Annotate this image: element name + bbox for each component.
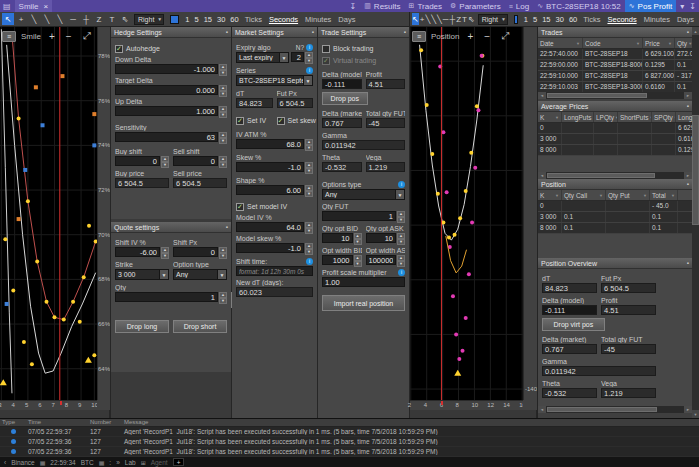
cursor-tool-icon[interactable]: ↖ — [412, 13, 419, 25]
unit-seconds[interactable]: Seconds — [269, 15, 298, 24]
qty-opt-bid-input[interactable] — [322, 233, 353, 243]
timeframe-15[interactable]: 15 — [204, 15, 212, 24]
trendline-tool-icon[interactable]: ╲ — [28, 13, 40, 25]
dropdown-caret-icon[interactable]: ▼ — [159, 270, 168, 279]
vertical-line-tool-icon[interactable]: ┼ — [450, 13, 456, 25]
dropdown-caret-icon[interactable]: ▼ — [303, 76, 312, 85]
scroll-up-icon[interactable]: ▲ — [692, 27, 699, 35]
add-tab-button[interactable]: + — [173, 458, 185, 466]
info-icon[interactable]: i — [306, 258, 313, 265]
lab-tab[interactable]: Lab — [125, 459, 136, 466]
set-model-iv-row[interactable]: ✓Set model IV — [236, 202, 313, 211]
scroll-right-icon[interactable]: ► — [684, 92, 692, 99]
set-iv-checkbox[interactable]: ✓ — [236, 117, 244, 125]
table-row[interactable]: 3 0000.616 — [538, 134, 692, 145]
column-header-total[interactable]: Total▼ — [650, 190, 678, 200]
log-row[interactable]: 07/05 22:59:36127Agent 'RecordP1_Jul18':… — [0, 437, 699, 447]
color-swatch[interactable] — [514, 15, 518, 24]
up-delta-input[interactable] — [115, 106, 218, 116]
table-row[interactable]: 3 0000.10.1 — [538, 212, 692, 223]
pointer-tool-icon[interactable]: ⇖ — [468, 13, 475, 25]
column-header-spqty[interactable]: SPQty▼ — [652, 112, 676, 122]
filter-icon[interactable]: ▼ — [635, 41, 640, 46]
drop-long-button[interactable]: Drop long — [115, 320, 169, 333]
unit-days[interactable]: Days — [677, 15, 694, 24]
crosshair-tool-icon[interactable]: + — [15, 13, 27, 25]
timeframe-1[interactable]: 1 — [524, 15, 528, 24]
shift-time-input[interactable] — [236, 266, 313, 276]
back-icon[interactable]: ‹ — [4, 459, 6, 466]
expand-icon[interactable]: ⤢ — [83, 30, 91, 42]
spinner-control[interactable]: ▲▼ — [219, 132, 227, 142]
timeframe-60[interactable]: 60 — [230, 15, 238, 24]
qty-input[interactable] — [115, 292, 218, 302]
column-header-shortputs[interactable]: ShortPuts▼ — [618, 112, 652, 122]
table-row[interactable]: 22:59:00.000BTC-28SEP18-8000-C0.12950.1 — [538, 60, 692, 71]
drop-short-button[interactable]: Drop short — [173, 320, 227, 333]
symbol-label[interactable]: BTC — [81, 459, 94, 466]
agent-tab[interactable]: Agent — [151, 459, 168, 466]
chevron-down-icon[interactable]: ▾ — [679, 2, 685, 11]
spinner-down-icon[interactable]: ▼ — [354, 261, 362, 267]
spinner-down-icon[interactable]: ▼ — [219, 112, 227, 118]
sell-shift-input[interactable] — [173, 156, 218, 166]
spinner-down-icon[interactable]: ▼ — [305, 191, 313, 197]
pin-icon[interactable]: ▪ — [312, 29, 314, 35]
spinner-control[interactable]: ▲▼ — [219, 85, 227, 95]
model-iv-input[interactable] — [236, 222, 304, 232]
pin-icon[interactable]: ▪ — [687, 29, 689, 35]
set-iv-row[interactable]: ✓Set IV — [236, 116, 273, 125]
vertical-line-tool-icon[interactable]: ┼ — [80, 13, 92, 25]
table-row[interactable]: 06 629 — [538, 123, 692, 134]
horizontal-scrollbar[interactable]: ◄► — [538, 406, 692, 413]
set-model-iv-checkbox[interactable]: ✓ — [236, 203, 244, 211]
spinner-control[interactable]: ▲▼ — [305, 243, 313, 253]
pin-icon[interactable]: ▪ — [687, 260, 689, 266]
opt-width-ask-input[interactable] — [366, 255, 397, 265]
dropdown-caret-icon[interactable]: ▼ — [501, 16, 506, 22]
pin-icon[interactable]: ▪ — [226, 224, 228, 230]
column-header-qty-put[interactable]: Qty Put▼ — [606, 190, 650, 200]
cursor-tool-icon[interactable]: ↖ — [2, 13, 14, 25]
spinner-control[interactable]: ▲▼ — [354, 233, 362, 243]
autohedge-row[interactable]: ✓ Autohedge — [115, 44, 227, 53]
spinner-control[interactable]: ▲▼ — [397, 211, 405, 221]
unit-minutes[interactable]: Minutes — [644, 15, 670, 24]
drop-virt-pos-button[interactable]: Drop virt pos — [542, 318, 605, 331]
spinner-control[interactable]: ▲▼ — [305, 185, 313, 195]
horizontal-line-tool-icon[interactable]: ─ — [67, 13, 79, 25]
chart-menu-icon[interactable]: ≡ — [2, 31, 16, 42]
spinner-control[interactable]: ▲▼ — [161, 247, 169, 257]
autohedge-checkbox[interactable]: ✓ — [115, 45, 123, 53]
column-header-qty[interactable]: Qty▼ — [675, 38, 693, 48]
spinner-down-icon[interactable]: ▼ — [397, 261, 405, 267]
spinner-control[interactable]: ▲▼ — [305, 52, 313, 62]
shape-input[interactable] — [236, 185, 304, 195]
filter-icon[interactable]: ▼ — [670, 193, 675, 198]
trade-settings-titlebar[interactable]: Trade Settings ▪ — [318, 27, 409, 38]
text-tool-icon[interactable]: T — [462, 13, 467, 25]
spinner-down-icon[interactable]: ▼ — [219, 91, 227, 97]
series-dropdown[interactable]: BTC-28SEP18 September 28▼ — [236, 75, 313, 86]
zigzag-tool-icon[interactable]: Z — [456, 13, 461, 25]
export-icon[interactable]: ↧ — [349, 2, 358, 11]
forward-icon[interactable]: » — [116, 459, 120, 466]
spinner-down-icon[interactable]: ▼ — [305, 249, 313, 255]
filter-icon[interactable]: ▼ — [575, 41, 580, 46]
timeframe-5[interactable]: 5 — [533, 15, 537, 24]
connection-label[interactable]: Binance — [11, 459, 35, 466]
spinner-down-icon[interactable]: ▼ — [219, 70, 227, 76]
column-header-k[interactable]: K▼ — [538, 190, 562, 200]
interval-dropdown[interactable]: Right▼ — [478, 14, 508, 25]
drop-pos-button[interactable]: Drop pos — [322, 92, 368, 105]
spinner-control[interactable]: ▲▼ — [354, 255, 362, 265]
ray-tool-icon[interactable]: ╲ — [431, 13, 436, 25]
spinner-control[interactable]: ▲▼ — [397, 255, 405, 265]
set-skew-checkbox[interactable]: ✓ — [277, 117, 285, 125]
quote-settings-titlebar[interactable]: Quote settings ▪ — [111, 222, 231, 233]
extended-line-tool-icon[interactable]: ╲ — [437, 13, 442, 25]
column-header-qty-call[interactable]: Qty Call▼ — [562, 190, 606, 200]
filter-icon[interactable]: ▼ — [642, 193, 647, 198]
spinner-control[interactable]: ▲▼ — [219, 292, 227, 302]
position-chart-plot[interactable] — [410, 27, 523, 400]
